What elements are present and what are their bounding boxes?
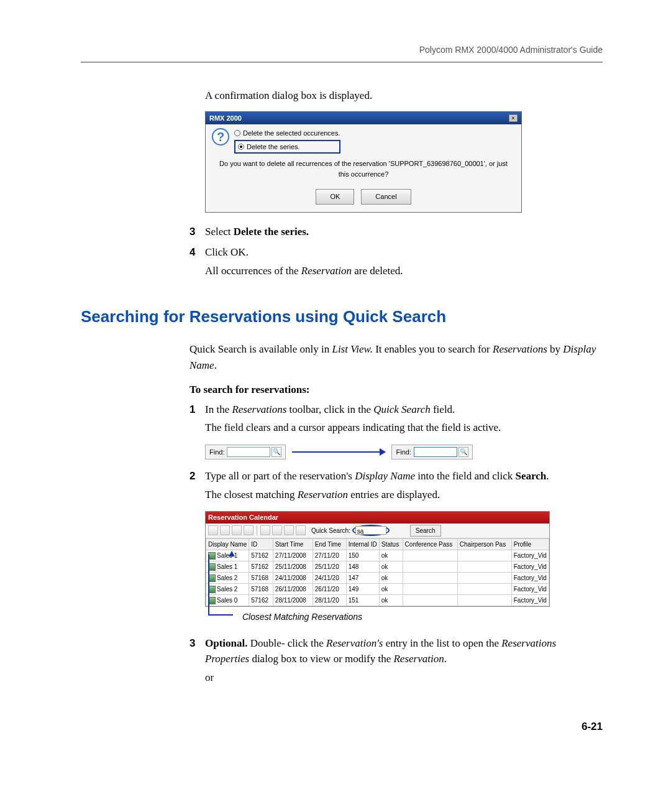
col-display-name[interactable]: Display Name xyxy=(206,538,249,550)
quick-search-input[interactable]: sa xyxy=(355,526,386,535)
page-number: 6-21 xyxy=(81,719,603,735)
step-2-line1: Type all or part of the reservation's Di… xyxy=(205,468,603,484)
close-icon[interactable]: × xyxy=(509,114,518,122)
col-internal-id[interactable]: Internal ID xyxy=(346,538,379,550)
table-header-row: Display Name ID Start Time End Time Inte… xyxy=(206,538,549,550)
find-bar-inactive: Find: 🔍 xyxy=(205,445,286,460)
toolbar-separator xyxy=(257,525,257,535)
step-3b-line1: Optional. Double- click the Reservation'… xyxy=(205,635,603,667)
find-input[interactable] xyxy=(227,447,270,457)
col-status[interactable]: Status xyxy=(379,538,403,550)
col-profile[interactable]: Profile xyxy=(511,538,549,550)
step-1-line2: The field clears and a cursor appears in… xyxy=(205,420,603,436)
step-3b-or: or xyxy=(205,670,603,686)
reservation-table: Display Name ID Start Time End Time Inte… xyxy=(206,538,549,606)
callout-text: Closest Matching Reservations xyxy=(242,611,362,624)
col-start-time[interactable]: Start Time xyxy=(273,538,313,550)
toolbar-icon-1[interactable] xyxy=(208,525,218,535)
step-1-number: 1 xyxy=(189,402,205,438)
radio-delete-series[interactable] xyxy=(238,144,244,150)
search-button[interactable]: Search xyxy=(410,525,441,537)
step-4-number: 4 xyxy=(189,244,205,281)
table-row[interactable]: Sales 25716826/11/200826/11/20149okFacto… xyxy=(206,583,549,594)
callout-bracket xyxy=(208,555,233,616)
find-input-active[interactable] xyxy=(414,447,457,457)
quick-search-paragraph: Quick Search is available only in List V… xyxy=(189,341,603,373)
confirmation-dialog: RMX 2000 × ? Delete the selected occuren… xyxy=(205,111,522,213)
radio-delete-occurrences[interactable] xyxy=(234,130,240,136)
table-row[interactable]: Sales 05716228/11/200828/11/20151okFacto… xyxy=(206,594,549,606)
step-4-line1: Click OK. xyxy=(205,244,603,261)
find-bar-active: Find: 🔍 xyxy=(391,445,472,460)
arrow-right-icon xyxy=(292,451,385,453)
step-3-number: 3 xyxy=(189,224,205,242)
dialog-title: RMX 2000 xyxy=(209,113,242,124)
toolbar-icon-4[interactable] xyxy=(244,525,253,535)
question-icon: ? xyxy=(212,128,229,145)
header-divider xyxy=(81,62,603,63)
step-4-line2: All occurrences of the Reservation are d… xyxy=(205,263,603,279)
ok-button[interactable]: OK xyxy=(316,189,354,205)
find-label-active: Find: xyxy=(396,447,411,458)
reservation-toolbar: Quick Search: sa Search xyxy=(206,524,549,538)
dialog-message: Do you want to delete all recurrences of… xyxy=(206,156,521,185)
search-icon-active[interactable]: 🔍 xyxy=(459,447,468,457)
step-2-number: 2 xyxy=(189,468,205,505)
step-3-text: Select Delete the series. xyxy=(205,224,603,240)
table-row[interactable]: Sales 15716225/11/200825/11/20148okFacto… xyxy=(206,561,549,572)
toolbar-icon-6[interactable] xyxy=(272,525,282,535)
radio-label-series: Delete the series. xyxy=(247,142,300,152)
step-2-line2: The closest matching Reservation entries… xyxy=(205,487,603,503)
quick-search-label: Quick Search: xyxy=(311,526,350,535)
radio-label-occurrences: Delete the selected occurences. xyxy=(243,128,340,139)
toolbar-icon-3[interactable] xyxy=(232,525,242,535)
col-conference-pass[interactable]: Conference Pass xyxy=(403,538,457,550)
toolbar-icon-8[interactable] xyxy=(296,525,306,535)
toolbar-icon-5[interactable] xyxy=(260,525,270,535)
col-id[interactable]: ID xyxy=(249,538,273,550)
header-guide: Polycom RMX 2000/4000 Administrator's Gu… xyxy=(81,44,603,57)
toolbar-icon-2[interactable] xyxy=(220,525,230,535)
col-end-time[interactable]: End Time xyxy=(313,538,346,550)
step-3b-number: 3 xyxy=(189,635,205,688)
table-row[interactable]: Sales 25716824/11/200824/11/20147okFacto… xyxy=(206,572,549,583)
callout-arrow-icon xyxy=(229,551,235,556)
section-heading-quick-search: Searching for Reservations using Quick S… xyxy=(81,305,603,329)
table-row[interactable]: Sales 15716227/11/200827/11/20150okFacto… xyxy=(206,550,549,561)
search-icon[interactable]: 🔍 xyxy=(272,447,281,457)
toolbar-icon-7[interactable] xyxy=(284,525,294,535)
col-chairperson-pass[interactable]: Chairperson Pas xyxy=(457,538,511,550)
to-search-heading: To search for reservations: xyxy=(189,382,603,398)
reservation-calendar-title: Reservation Calendar xyxy=(206,512,549,524)
cancel-button[interactable]: Cancel xyxy=(361,189,411,205)
reservation-calendar-panel: Reservation Calendar Quick Search: sa Se… xyxy=(205,511,550,607)
quick-search-highlight: sa xyxy=(352,525,390,536)
step-1-line1: In the Reservations toolbar, click in th… xyxy=(205,402,603,418)
intro-text: A confirmation dialog box is displayed. xyxy=(205,88,603,104)
find-label: Find: xyxy=(209,447,224,458)
